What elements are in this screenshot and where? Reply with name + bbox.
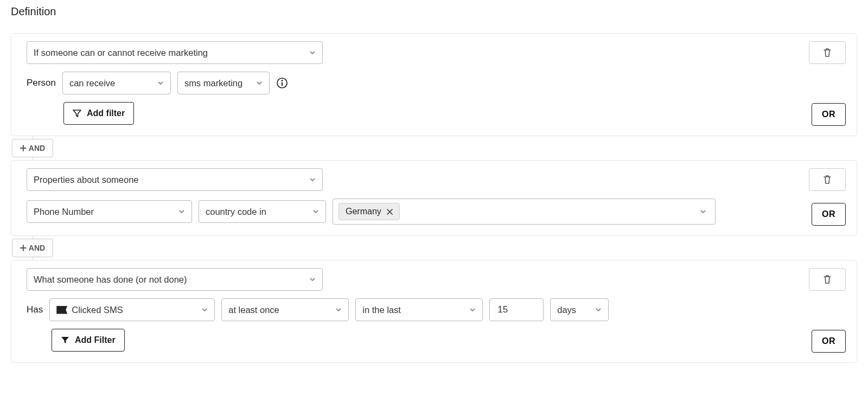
range-value-label: in the last <box>362 305 401 315</box>
or-button[interactable]: OR <box>812 203 846 226</box>
trash-icon <box>823 275 832 284</box>
and-connector: AND <box>11 136 857 160</box>
condition-card-3: What someone has done (or not done) Has … <box>11 260 857 363</box>
range-select[interactable]: in the last <box>355 298 483 321</box>
add-filter-label: Add filter <box>87 109 125 118</box>
svg-rect-2 <box>282 82 283 86</box>
verb-value: can receive <box>69 78 115 88</box>
value-tag-input[interactable]: Germany <box>333 199 716 225</box>
and-label: AND <box>29 244 45 252</box>
property-value: Phone Number <box>34 207 94 217</box>
chevron-down-icon <box>201 307 208 313</box>
chevron-down-icon <box>335 307 342 313</box>
chevron-down-icon <box>595 307 602 313</box>
channel-select[interactable]: sms marketing <box>177 72 270 94</box>
has-label: Has <box>27 304 43 315</box>
and-button[interactable]: AND <box>12 239 53 257</box>
tag-chip: Germany <box>339 203 400 220</box>
chevron-down-icon <box>312 208 319 215</box>
chevron-down-icon <box>256 80 263 86</box>
delete-condition-button[interactable] <box>809 268 846 291</box>
condition-card-2: Properties about someone Phone Number co… <box>11 160 857 236</box>
and-label: AND <box>29 144 45 152</box>
chevron-down-icon <box>309 176 316 183</box>
operator-select[interactable]: country code in <box>199 200 326 223</box>
chevron-down-icon <box>700 208 710 215</box>
add-filter-button[interactable]: Add Filter <box>52 329 125 352</box>
event-icon <box>56 306 67 314</box>
trash-icon <box>823 48 832 58</box>
frequency-select[interactable]: at least once <box>221 298 349 321</box>
property-select[interactable]: Phone Number <box>27 200 192 223</box>
condition-type-value: What someone has done (or not done) <box>34 275 187 285</box>
or-button[interactable]: OR <box>812 103 846 126</box>
or-label: OR <box>822 336 835 346</box>
event-select[interactable]: Clicked SMS <box>49 298 215 321</box>
funnel-icon <box>61 336 69 344</box>
channel-value: sms marketing <box>184 78 242 88</box>
condition-type-value: Properties about someone <box>34 175 139 185</box>
tag-label: Germany <box>346 207 381 216</box>
person-label: Person <box>27 78 56 88</box>
range-unit-value: days <box>557 305 576 315</box>
frequency-value: at least once <box>228 305 279 315</box>
chevron-down-icon <box>157 80 164 86</box>
condition-type-select[interactable]: If someone can or cannot receive marketi… <box>27 41 323 64</box>
svg-point-1 <box>281 80 283 81</box>
operator-value: country code in <box>206 207 266 217</box>
or-label: OR <box>822 110 835 119</box>
trash-icon <box>823 175 832 184</box>
chevron-down-icon <box>469 307 476 313</box>
range-number-input[interactable] <box>489 298 544 321</box>
plus-icon <box>20 145 27 151</box>
chevron-down-icon <box>309 49 316 56</box>
chevron-down-icon <box>178 208 185 215</box>
or-button[interactable]: OR <box>812 330 846 353</box>
condition-type-select[interactable]: What someone has done (or not done) <box>27 268 323 291</box>
remove-tag-icon[interactable] <box>387 209 393 215</box>
add-filter-button[interactable]: Add filter <box>63 102 134 125</box>
condition-type-value: If someone can or cannot receive marketi… <box>34 48 208 58</box>
condition-card-1: If someone can or cannot receive marketi… <box>11 33 857 136</box>
add-filter-label: Add Filter <box>75 335 116 345</box>
delete-condition-button[interactable] <box>809 168 846 191</box>
event-value: Clicked SMS <box>72 305 123 315</box>
chevron-down-icon <box>309 276 316 283</box>
and-connector: AND <box>11 236 857 260</box>
funnel-icon <box>73 109 81 118</box>
plus-icon <box>20 245 27 251</box>
range-unit-select[interactable]: days <box>550 298 609 321</box>
and-button[interactable]: AND <box>12 139 53 157</box>
condition-type-select[interactable]: Properties about someone <box>27 168 323 191</box>
verb-select[interactable]: can receive <box>62 72 171 94</box>
delete-condition-button[interactable] <box>809 41 846 64</box>
info-icon[interactable] <box>276 77 288 89</box>
page-title: Definition <box>11 5 857 18</box>
or-label: OR <box>822 209 835 219</box>
